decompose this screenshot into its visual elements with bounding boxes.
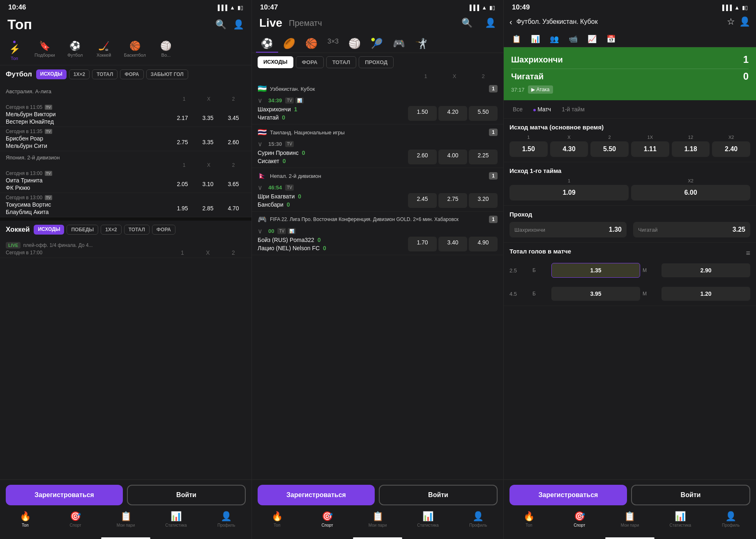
bet-total-2[interactable]: ТОТАЛ bbox=[326, 56, 357, 68]
filter-fora[interactable]: ФОРА bbox=[120, 69, 143, 79]
match-shri-bans[interactable]: ∨ 46:54 TV Шри Бхагвати 0 Бансбари 0 bbox=[252, 182, 503, 212]
back-button[interactable]: ‹ bbox=[509, 17, 512, 27]
odd-shri-2[interactable]: 3.20 bbox=[469, 193, 498, 208]
bet-outcomes-2[interactable]: ИСХОДЫ bbox=[258, 56, 293, 68]
expand-btn-2[interactable]: ∨ bbox=[258, 140, 263, 148]
sport-rugby-2[interactable]: 🏉 bbox=[278, 35, 300, 53]
fh-val-1[interactable]: 1.09 bbox=[509, 185, 629, 200]
odd-surin-2[interactable]: 2.25 bbox=[469, 150, 498, 164]
filter-1x2[interactable]: 1Х×2 bbox=[69, 69, 90, 79]
register-button-3[interactable]: Зарегистроваться bbox=[509, 485, 627, 505]
hockey-filter-wins[interactable]: ПОБЕДЫ bbox=[67, 225, 98, 235]
odd-1-2[interactable]: 3.45 bbox=[221, 115, 246, 121]
match-fifa-teams[interactable]: ∨ 00 TV 📊 Бойз (RUS) Poma322 0 Лацио (NE… bbox=[252, 226, 503, 255]
star-button[interactable]: ☆ bbox=[727, 16, 735, 27]
bet-fora-2[interactable]: ФОРА bbox=[296, 56, 324, 68]
tab-top[interactable]: ⚡ Топ bbox=[0, 38, 29, 65]
nav-top-1[interactable]: 🔥 Топ bbox=[0, 511, 50, 527]
odd-fifa-2[interactable]: 4.90 bbox=[469, 237, 498, 251]
odd-3-2[interactable]: 3.65 bbox=[221, 181, 246, 187]
mr-val-x2[interactable]: 2.40 bbox=[712, 141, 750, 157]
account-button-3[interactable]: 👤 bbox=[739, 16, 750, 27]
mr-val-1[interactable]: 1.50 bbox=[509, 141, 548, 157]
filter-total[interactable]: ТОТАЛ bbox=[92, 69, 118, 79]
total-odd-m-45[interactable]: 1.20 bbox=[662, 287, 750, 301]
nav-stats-3[interactable]: 📊 Статистика bbox=[655, 511, 705, 527]
hockey-filter-outcomes[interactable]: ИСХОДЫ bbox=[34, 225, 64, 235]
detail-tab-scoreboard[interactable]: 📋 bbox=[508, 31, 525, 47]
filter-all[interactable]: Все bbox=[509, 104, 526, 114]
odd-fifa-x[interactable]: 3.40 bbox=[438, 237, 467, 251]
search-icon-1[interactable]: 🔍 bbox=[215, 19, 226, 30]
odd-2-1[interactable]: 2.75 bbox=[170, 139, 195, 145]
nav-profile-2[interactable]: 👤 Профиль bbox=[453, 511, 503, 527]
account-icon-1[interactable]: 👤 bbox=[233, 19, 244, 30]
filter-outcomes[interactable]: ИСХОДЫ bbox=[36, 69, 67, 79]
expand-btn-4[interactable]: ∨ bbox=[258, 227, 263, 235]
sport-tennis-2[interactable]: 🎾 bbox=[366, 35, 388, 53]
tab-volleyball[interactable]: 🏐 Во... bbox=[152, 38, 180, 65]
nav-top-2[interactable]: 🔥 Топ bbox=[252, 511, 302, 527]
expand-btn-3[interactable]: ∨ bbox=[258, 184, 263, 191]
odd-shri-x[interactable]: 2.75 bbox=[438, 193, 467, 208]
sport-volleyball-2[interactable]: 🏐 bbox=[343, 35, 366, 53]
login-button-2[interactable]: Войти bbox=[379, 485, 498, 505]
nav-sport-1[interactable]: 🎯 Спорт bbox=[50, 511, 100, 527]
match-brisbane-melbourne[interactable]: Сегодня в 11:35 TV Брисбен Роар Мельбурн… bbox=[0, 127, 251, 151]
mr-val-12[interactable]: 1.18 bbox=[672, 141, 710, 157]
login-button-1[interactable]: Войти bbox=[127, 485, 246, 505]
odd-3-1[interactable]: 2.05 bbox=[170, 181, 195, 187]
sport-games-2[interactable]: 🎮 bbox=[388, 35, 410, 53]
match-melbourne-v-western[interactable]: Сегодня в 11:05 TV Мельбурн Виктори Вест… bbox=[0, 103, 251, 127]
passage-team1[interactable]: Шахрихончи 1.30 bbox=[509, 222, 627, 237]
filter-match[interactable]: Матч bbox=[530, 104, 554, 114]
nav-sport-3[interactable]: 🎯 Спорт bbox=[554, 511, 605, 527]
hockey-filter-fora[interactable]: ФОРА bbox=[152, 225, 175, 235]
nav-stats-1[interactable]: 📊 Статистика bbox=[151, 511, 201, 527]
nav-sport-2[interactable]: 🎯 Спорт bbox=[302, 511, 352, 527]
sport-person-2[interactable]: 🤺 bbox=[410, 35, 432, 53]
nav-top-3[interactable]: 🔥 Топ bbox=[504, 511, 554, 527]
odd-4-1[interactable]: 1.95 bbox=[170, 205, 195, 212]
nav-profile-3[interactable]: 👤 Профиль bbox=[705, 511, 756, 527]
sport-football-2[interactable]: ⚽ bbox=[256, 35, 278, 53]
nav-stats-2[interactable]: 📊 Статистика bbox=[403, 511, 453, 527]
nav-bets-2[interactable]: 📋 Мои пари bbox=[353, 511, 403, 527]
odd-3-x[interactable]: 3.10 bbox=[196, 181, 220, 187]
hockey-filter-total[interactable]: ТОТАЛ bbox=[124, 225, 150, 235]
odd-1-x[interactable]: 3.35 bbox=[196, 115, 220, 121]
tab-hockey[interactable]: 🏒 Хоккей bbox=[90, 38, 118, 65]
search-icon-2[interactable]: 🔍 bbox=[461, 18, 472, 28]
detail-tab-calendar[interactable]: 📅 bbox=[602, 31, 620, 47]
match-shahrix-chigat[interactable]: ∨ 34:39 TV 📊 Шахрихончи 1 Чигатай 0 bbox=[252, 95, 503, 124]
odd-shahrix-x[interactable]: 4.20 bbox=[438, 106, 467, 121]
odd-fifa-1[interactable]: 1.70 bbox=[408, 237, 437, 251]
mr-val-1x[interactable]: 1.11 bbox=[631, 141, 669, 157]
passage-team2[interactable]: Чигатай 3.25 bbox=[633, 222, 750, 237]
sport-3x3-2[interactable]: 3×3 bbox=[323, 35, 343, 53]
hockey-filter-1x2[interactable]: 1Х×2 bbox=[101, 225, 121, 235]
odd-surin-x[interactable]: 4.00 bbox=[438, 150, 467, 164]
filter-goal[interactable]: ЗАБЬЮТ ГОЛ bbox=[146, 69, 188, 79]
account-icon-2[interactable]: 👤 bbox=[485, 18, 496, 28]
match-tokushima-blaublitz[interactable]: Сегодня в 13:00 TV Токусима Вортис Блауб… bbox=[0, 193, 251, 217]
login-button-3[interactable]: Войти bbox=[631, 485, 750, 505]
match-surin-sisaket[interactable]: ∨ 15:30 TV Сурин Провинс 0 Сисакет 0 bbox=[252, 138, 503, 168]
prematches-label[interactable]: Прематч bbox=[289, 18, 322, 28]
tab-football[interactable]: ⚽ Футбол bbox=[61, 38, 90, 65]
total-expand-icon[interactable]: ≡ bbox=[746, 249, 750, 258]
sport-basketball-2[interactable]: 🏀 bbox=[300, 35, 323, 53]
odd-shahrix-1[interactable]: 1.50 bbox=[408, 106, 437, 121]
nav-bets-1[interactable]: 📋 Мои пари bbox=[101, 511, 151, 527]
tab-basketball[interactable]: 🏀 Баскетбол bbox=[118, 38, 152, 65]
register-button-1[interactable]: Зарегистроваться bbox=[6, 485, 123, 505]
tab-collections[interactable]: 🔖 Подборки bbox=[29, 38, 61, 65]
nav-bets-3[interactable]: 📋 Мои пари bbox=[605, 511, 655, 527]
match-oita-ryukyu[interactable]: Сегодня в 13:00 TV Оита Тринита ФК Рюкю … bbox=[0, 169, 251, 193]
total-odd-m-25[interactable]: 2.90 bbox=[662, 263, 750, 277]
mr-val-x[interactable]: 4.30 bbox=[550, 141, 588, 157]
detail-tab-chart[interactable]: 📈 bbox=[583, 31, 601, 47]
fh-val-x2[interactable]: 6.00 bbox=[631, 185, 750, 200]
odd-surin-1[interactable]: 2.60 bbox=[408, 150, 437, 164]
filter-first-half[interactable]: 1-й тайм bbox=[558, 104, 588, 114]
